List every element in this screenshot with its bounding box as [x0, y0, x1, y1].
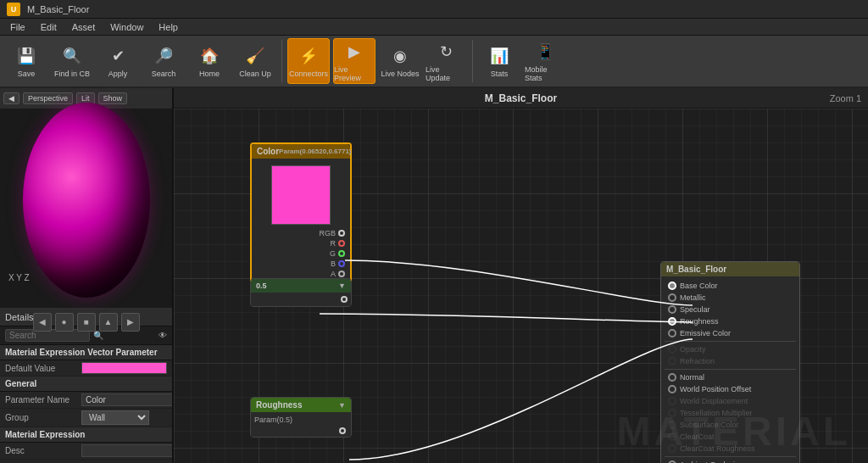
- prev-btn-4[interactable]: ▲: [99, 313, 118, 332]
- canvas-header: M_Basic_Floor Zoom 1: [174, 88, 868, 109]
- default-value-bar[interactable]: [81, 362, 167, 374]
- menu-asset[interactable]: Asset: [65, 20, 103, 34]
- left-panel: ◀ Perspective Lit Show X Y Z ◀ ● ■ ▲ ▶ D…: [0, 88, 174, 463]
- mat-expr-section: Material Expression: [0, 427, 172, 443]
- pin-specular: Specular: [665, 304, 796, 315]
- roughness-node-header: Roughness ▼: [251, 398, 351, 412]
- live-update-icon: ↻: [434, 40, 458, 64]
- zoom-indicator: Zoom 1: [830, 88, 861, 109]
- pin-separator-1: [665, 341, 796, 342]
- constant-node-body: [251, 293, 351, 306]
- general-header: General: [0, 377, 172, 392]
- live-nodes-button[interactable]: ◉ Live Nodes: [379, 38, 421, 84]
- window-title: M_Basic_Floor: [27, 4, 89, 14]
- eye-icon: 👁: [159, 331, 167, 340]
- pin-separator-2: [665, 369, 796, 370]
- mobile-stats-button[interactable]: 📱 Mobile Stats: [524, 38, 566, 84]
- live-nodes-icon: ◉: [388, 44, 412, 68]
- roughness-subtitle: Param(0.5): [254, 416, 348, 424]
- find-in-cb-button[interactable]: 🔍 Find in CB: [51, 38, 93, 84]
- menu-edit[interactable]: Edit: [34, 20, 64, 34]
- emissive-dot: [668, 329, 676, 337]
- pin-dot-rgb: [338, 230, 345, 237]
- apply-button[interactable]: ✔ Apply: [97, 38, 139, 84]
- pin-ambient: Ambient Occlusion: [665, 459, 796, 463]
- wire-color-to-material: [345, 260, 693, 305]
- parameter-name-input[interactable]: [81, 393, 172, 406]
- material-node-header: M_Basic_Floor: [661, 262, 799, 276]
- live-preview-button[interactable]: ▶ Live Preview: [333, 38, 376, 84]
- preview-sphere: [23, 103, 150, 298]
- color-preview-swatch: [271, 165, 331, 225]
- pin-roughness: Roughness: [665, 315, 796, 327]
- prev-btn-5[interactable]: ▶: [121, 313, 140, 332]
- material-output-node[interactable]: M_Basic_Floor Base Color Metallic Specul…: [660, 261, 800, 463]
- subsurface-dot: [668, 421, 676, 429]
- home-button[interactable]: 🏠 Home: [188, 38, 231, 84]
- cleanup-icon: 🧹: [243, 44, 267, 68]
- color-node[interactable]: Color Param(0.06520,0.6771) RGB R G: [250, 142, 352, 284]
- pin-emissive: Emissive Color: [665, 327, 796, 339]
- menu-help[interactable]: Help: [152, 20, 185, 34]
- parameter-name-row: Parameter Name: [0, 392, 172, 409]
- roughness-node-body: Param(0.5): [251, 412, 351, 437]
- canvas-area[interactable]: M_Basic_Floor Zoom 1 Color Param(0.06520…: [174, 88, 868, 463]
- roughness-in-dot: [668, 317, 676, 326]
- prev-btn-1[interactable]: ◀: [33, 313, 52, 332]
- desc-row: Desc: [0, 443, 172, 460]
- find-icon: 🔍: [60, 44, 84, 68]
- pin-world-disp: World Displacement: [665, 395, 796, 407]
- pin-r: R: [255, 238, 347, 248]
- search-icon-small: 🔍: [93, 331, 103, 340]
- vp-show[interactable]: Show: [98, 92, 128, 104]
- pin-tess: Tessellation Multiplier: [665, 407, 796, 419]
- pin-base-color: Base Color: [665, 280, 796, 292]
- constant-node[interactable]: 0.5 ▼: [250, 278, 352, 307]
- color-node-header: Color Param(0.06520,0.6771): [252, 144, 350, 159]
- clearcoat-rough-dot: [668, 444, 676, 453]
- roughness-pin-dot: [339, 427, 346, 434]
- pin-subsurface: Subsurface Color: [665, 419, 796, 431]
- live-preview-icon: ▶: [342, 40, 366, 64]
- opacity-mask-dot: [668, 357, 676, 365]
- vp-perspective[interactable]: Perspective: [23, 92, 73, 104]
- world-pos-dot: [668, 385, 676, 393]
- group-row: Group Wall: [0, 409, 172, 427]
- base-color-dot: [668, 282, 676, 290]
- vp-toggle[interactable]: ◀: [3, 92, 19, 104]
- pin-g: G: [255, 248, 347, 259]
- prev-btn-2[interactable]: ●: [55, 313, 74, 332]
- search-button[interactable]: 🔎 Search: [142, 38, 185, 84]
- default-value-row: Default Value: [0, 360, 172, 377]
- cleanup-button[interactable]: 🧹 Clean Up: [234, 38, 276, 84]
- pin-clearcoat-rough: ClearCoat Roughness: [665, 443, 796, 455]
- wire-const-to-material: [320, 314, 693, 322]
- tess-dot: [668, 409, 676, 417]
- color-node-body: RGB R G B A: [252, 159, 350, 282]
- specular-dot: [668, 305, 676, 314]
- prev-btn-3[interactable]: ■: [77, 313, 96, 332]
- pin-world-pos: World Position Offset: [665, 383, 796, 395]
- node-canvas[interactable]: Color Param(0.06520,0.6771) RGB R G: [174, 109, 868, 463]
- pin-dot-r: [338, 240, 345, 247]
- live-update-button[interactable]: ↻ Live Update: [425, 38, 467, 84]
- main-area: ◀ Perspective Lit Show X Y Z ◀ ● ■ ▲ ▶ D…: [0, 88, 868, 463]
- menu-file[interactable]: File: [3, 20, 32, 34]
- save-button[interactable]: 💾 Save: [5, 38, 47, 84]
- mat-expr-header: Material Expression Vector Parameter: [0, 345, 172, 360]
- pin-opacity-mask: Refraction: [665, 355, 796, 367]
- pin-rgb: RGB: [255, 228, 347, 238]
- constant-out-pin: [341, 296, 348, 303]
- constant-node-header: 0.5 ▼: [251, 279, 351, 293]
- pin-dot-g: [338, 250, 345, 257]
- mobile-stats-icon: 📱: [533, 40, 557, 64]
- desc-input[interactable]: [81, 444, 172, 457]
- connectors-button[interactable]: ⚡ Connectors: [287, 38, 330, 84]
- clearcoat-dot: [668, 432, 676, 441]
- menu-window[interactable]: Window: [103, 20, 150, 34]
- group-dropdown[interactable]: Wall: [81, 410, 149, 425]
- save-icon: 💾: [14, 44, 38, 68]
- stats-button[interactable]: 📊 Stats: [478, 38, 520, 84]
- connectors-icon: ⚡: [297, 44, 320, 68]
- roughness-node[interactable]: Roughness ▼ Param(0.5): [250, 397, 352, 438]
